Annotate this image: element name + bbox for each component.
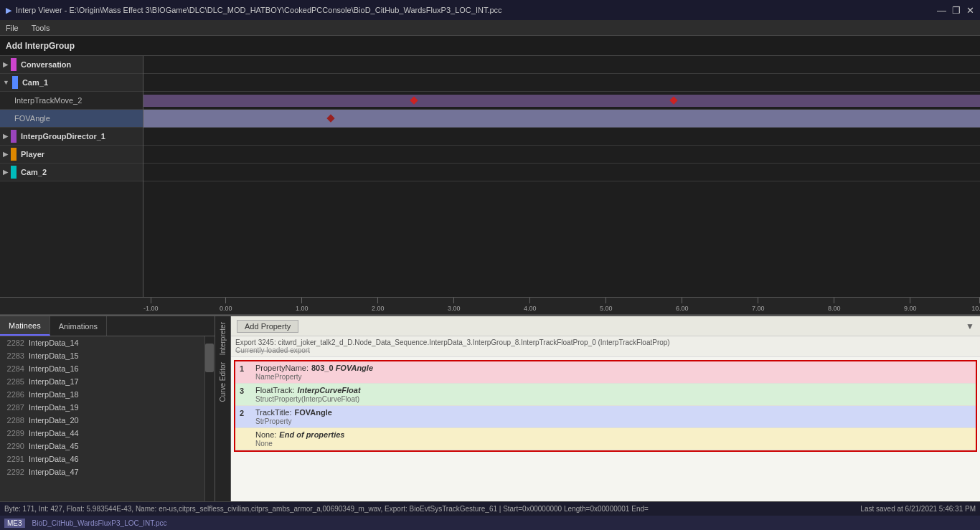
tick-label: 5.00 [600,305,613,312]
footer-bar: ME3 BioD_CitHub_WardsFluxP3_LOC_INT.pcc [0,516,980,530]
add-property-button[interactable]: Add Property [237,320,298,333]
prop-number-1: 1 [240,364,244,373]
timeline-row-player [143,146,980,164]
tab-animations[interactable]: Animations [50,316,107,336]
list-panel-inner: 2282 InterpData_14 2283 InterpData_15 22… [0,336,215,501]
prop-value-1: 803_0 FOVAngle [311,364,373,372]
prop-type-3: StructProperty(InterpCurveFloat) [255,395,971,403]
prop-number-3: 3 [240,387,244,395]
track-player[interactable]: ▶ Player [0,146,143,164]
prop-main-3: FloatTrack: InterpCurveFloat [255,386,971,394]
dropdown-arrow-icon: ▼ [966,321,974,331]
timeline-tracks [143,56,980,297]
label-interptrack: InterpTrackMove_2 [14,96,140,105]
prop-key-2: TrackTitle: [255,408,292,417]
tick-label: 9.00 [904,305,917,312]
tick-line [301,298,302,303]
track-fovangle[interactable]: FOVAngle [0,110,143,128]
list-item[interactable]: 2286 InterpData_18 [0,388,204,401]
maximize-button[interactable]: ❐ [952,5,961,16]
list-item[interactable]: 2284 InterpData_16 [0,362,204,375]
list-item[interactable]: 2288 InterpData_20 [0,414,204,427]
tab-matinees[interactable]: Matinees [0,316,50,336]
add-interp-bar: Add InterpGroup [0,36,980,56]
prop-main-none: None: End of properties [255,430,971,439]
status-bar-text: Byte: 171, Int: 427, Float: 5.983544E-43… [4,505,853,513]
add-interp-label: Add InterpGroup [6,41,75,51]
tick-10: 10.00 [971,298,980,314]
timeline-row-interptrack [143,92,980,110]
list-item[interactable]: 2285 InterpData_17 [0,375,204,388]
list-item[interactable]: 2291 InterpData_46 [0,453,204,465]
vertical-tabs: Interpreter Curve Editor [215,316,231,501]
timeline-row-fovangle [143,110,980,128]
window-title: Interp Viewer - E:\Origin\Mass Effect 3\… [16,6,502,14]
menu-file[interactable]: File [3,23,22,33]
tick-label: -1.00 [143,305,159,312]
track-bar-fovangle [143,110,980,128]
prop-number-2: 2 [240,409,244,417]
list-content[interactable]: 2282 InterpData_14 2283 InterpData_15 22… [0,336,204,501]
tick-line [225,298,226,303]
vertical-tab-curve-editor[interactable]: Curve Editor [217,359,228,405]
track-cam1[interactable]: ▼ Cam_1 [0,74,143,92]
tick-label: 6.00 [676,305,689,312]
tick-line [151,298,151,303]
tick-label: 0.00 [220,305,232,312]
timeline-row-cam1 [143,74,980,92]
label-cam1: Cam_1 [22,78,140,87]
tick-line [758,298,758,303]
prop-key-none: None: [255,430,276,439]
timeline-row-conversation [143,56,980,74]
add-property-bar: Add Property ▼ [231,316,980,336]
menu-tools[interactable]: Tools [29,23,53,33]
title-bar-controls[interactable]: — ❐ ✕ [937,5,974,16]
property-box: 1 PropertyName: 803_0 FOVAngle NamePrope… [234,360,977,452]
track-interpgroupdir[interactable]: ▶ InterpGroupDirector_1 [0,128,143,146]
prop-row-floattrack: 3 FloatTrack: InterpCurveFloat StructPro… [235,384,976,406]
timeline-ruler: -1.00 0.00 1.00 2.00 3.00 4.00 5.00 6.0 [0,297,980,315]
tick-line [453,298,454,303]
prop-key-3: FloatTrack: [255,386,295,394]
property-panel: Add Property ▼ Export 3245: citwrd_joker… [231,316,980,501]
tick-1: 1.00 [296,298,308,314]
list-item[interactable]: 2287 InterpData_19 [0,401,204,414]
track-conversation[interactable]: ▶ Conversation [0,56,143,74]
track-labels: ▶ Conversation ▼ Cam_1 InterpTrackMove_2… [0,56,143,297]
list-item[interactable]: 2282 InterpData_14 [0,336,204,349]
footer-tag: ME3 [4,519,25,528]
swatch-cam2 [11,166,17,179]
export-line2: Currently loaded export [235,346,976,354]
tick-line [606,298,606,303]
swatch-conversation [11,58,17,71]
list-item[interactable]: 2283 InterpData_15 [0,349,204,362]
tick-label: 10.00 [971,305,980,312]
track-cam2[interactable]: ▶ Cam_2 [0,164,143,181]
list-item[interactable]: 2290 InterpData_45 [0,440,204,453]
bottom-area: Matinees Animations 2282 InterpData_14 2… [0,315,980,501]
tick-8: 8.00 [828,298,841,314]
scrollbar-thumb[interactable] [205,344,214,372]
ruler-spacer [0,298,143,314]
vertical-tab-interpreter[interactable]: Interpreter [217,319,228,358]
prop-type-2: StrProperty [255,417,971,425]
close-button[interactable]: ✕ [966,5,974,16]
list-scrollbar[interactable] [204,336,215,501]
list-item[interactable]: 2289 InterpData_44 [0,427,204,440]
export-info: Export 3245: citwrd_joker_talk2_d_D.Node… [231,336,980,357]
property-list: 1 PropertyName: 803_0 FOVAngle NamePrope… [231,357,980,501]
app-icon: ▶ [6,6,11,15]
tick-label: 7.00 [752,305,765,312]
list-item[interactable]: 2292 InterpData_47 [0,465,204,478]
arrow-cam2: ▶ [3,169,8,176]
prop-type-1: NameProperty [255,373,971,381]
tick-line [529,298,530,303]
label-fovangle: FOVAngle [14,114,140,123]
title-bar: ▶ Interp Viewer - E:\Origin\Mass Effect … [0,0,980,20]
tick-line [377,298,378,303]
tick-label: 2.00 [372,305,385,312]
track-interptrack[interactable]: InterpTrackMove_2 [0,92,143,110]
tick-label: 4.00 [524,305,537,312]
menu-bar: File Tools [0,20,980,36]
minimize-button[interactable]: — [937,5,946,16]
